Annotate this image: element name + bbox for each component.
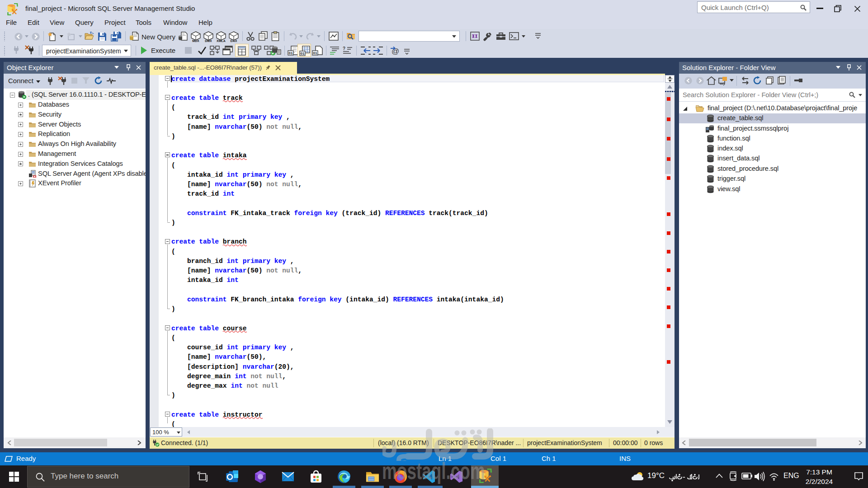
svg-text:01: 01 [289,51,293,55]
svg-text:MDX: MDX [192,39,199,42]
svg-text:?: ? [343,46,345,51]
svg-text:XMLA: XMLA [217,39,226,42]
svg-text:01: 01 [301,52,305,56]
svg-text:01: 01 [313,51,317,55]
svg-text:DMX: DMX [205,39,212,42]
svg-text:DAX: DAX [231,39,237,42]
